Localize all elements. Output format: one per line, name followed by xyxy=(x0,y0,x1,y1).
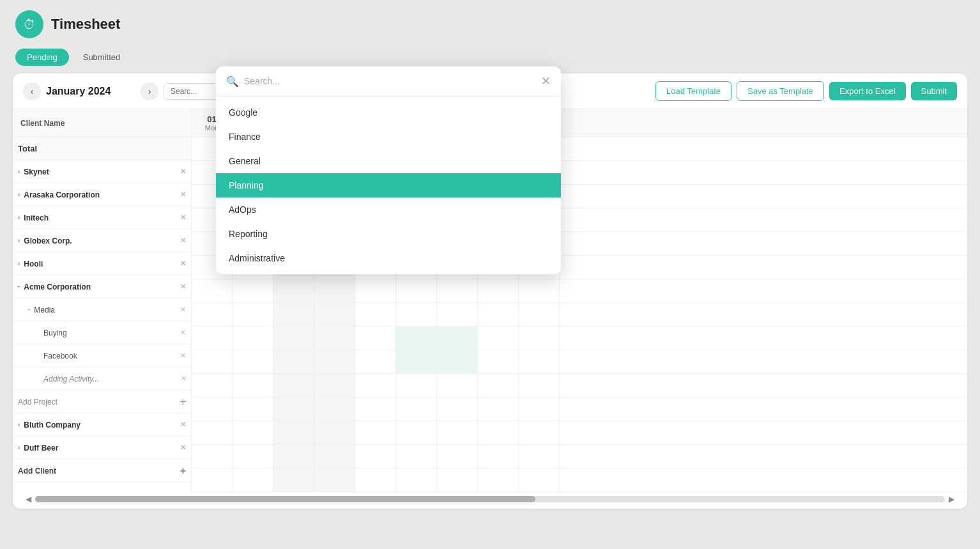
cell-r13-d4[interactable] xyxy=(355,445,396,468)
cell-r7-d6[interactable] xyxy=(437,303,478,326)
scroll-right-arrow[interactable]: ▶ xyxy=(949,495,954,504)
cell-r7-d5[interactable] xyxy=(396,303,437,326)
save-as-template-button[interactable]: Save as Template xyxy=(737,81,824,101)
submit-button[interactable]: Submit xyxy=(911,82,957,100)
cell-r11-d5[interactable] xyxy=(396,398,437,421)
row-label-add-client[interactable]: Add Client + xyxy=(13,460,192,482)
cell-r9-d4[interactable] xyxy=(355,350,396,373)
cell-r12-d2[interactable] xyxy=(273,421,314,444)
dropdown-item-administrative[interactable]: Administrative xyxy=(216,246,561,270)
cell-r9-d1[interactable] xyxy=(233,350,273,373)
cell-r10-d0[interactable] xyxy=(192,374,233,397)
cell-r10-d5[interactable] xyxy=(396,374,437,397)
close-media-button[interactable]: ✕ xyxy=(180,305,186,314)
cell-r13-d6[interactable] xyxy=(437,445,478,468)
cell-r14-d2[interactable] xyxy=(273,468,314,491)
cell-r6-d5[interactable] xyxy=(396,279,437,302)
close-facebook-button[interactable]: ✕ xyxy=(180,352,186,360)
cell-r13-d0[interactable] xyxy=(192,445,233,468)
cell-r9-d8[interactable] xyxy=(519,350,560,373)
dropdown-item-google[interactable]: Google xyxy=(216,100,561,125)
cell-r10-d4[interactable] xyxy=(355,374,396,397)
close-adding-activity-button[interactable]: ✕ xyxy=(180,375,186,383)
cell-r6-d7[interactable] xyxy=(478,279,519,302)
cell-r12-d1[interactable] xyxy=(233,421,273,444)
cell-r14-d5[interactable] xyxy=(396,468,437,491)
cell-r14-d6[interactable] xyxy=(437,468,478,491)
export-to-excel-button[interactable]: Export to Excel xyxy=(829,82,905,100)
row-add-client[interactable]: Add Client + xyxy=(13,460,191,483)
cell-r6-d3[interactable] xyxy=(314,279,355,302)
cell-r7-d4[interactable] xyxy=(355,303,396,326)
cell-r12-d6[interactable] xyxy=(437,421,478,444)
cell-r7-d0[interactable] xyxy=(192,303,233,326)
cell-r14-d7[interactable] xyxy=(478,468,519,491)
add-project-button[interactable]: + xyxy=(180,396,186,408)
tab-submitted[interactable]: Submitted xyxy=(72,49,132,66)
cell-r13-d2[interactable] xyxy=(273,445,314,468)
cell-r14-d4[interactable] xyxy=(355,468,396,491)
close-arasaka-button[interactable]: ✕ xyxy=(180,190,186,199)
close-skynet-button[interactable]: ✕ xyxy=(180,167,186,176)
cell-r10-d2[interactable] xyxy=(273,374,314,397)
cell-r11-d3[interactable] xyxy=(314,398,355,421)
cell-r11-d8[interactable] xyxy=(519,398,560,421)
cell-r12-d0[interactable] xyxy=(192,421,233,444)
cell-r13-d1[interactable] xyxy=(233,445,273,468)
cell-r9-d0[interactable] xyxy=(192,350,233,373)
tab-pending[interactable]: Pending xyxy=(15,49,69,66)
cell-r12-d7[interactable] xyxy=(478,421,519,444)
cell-r9-d6[interactable] xyxy=(437,350,478,373)
cell-r12-d8[interactable] xyxy=(519,421,560,444)
load-template-button[interactable]: Load Template xyxy=(655,81,731,101)
close-hooli-button[interactable]: ✕ xyxy=(180,259,186,268)
cell-r14-d8[interactable] xyxy=(519,468,560,491)
dropdown-item-adops[interactable]: AdOps xyxy=(216,197,561,222)
cell-r10-d6[interactable] xyxy=(437,374,478,397)
cell-r8-d4[interactable] xyxy=(355,327,396,350)
cell-r6-d4[interactable] xyxy=(355,279,396,302)
close-initech-button[interactable]: ✕ xyxy=(180,213,186,222)
close-bluth-button[interactable]: ✕ xyxy=(180,421,186,429)
cell-r11-d2[interactable] xyxy=(273,398,314,421)
scroll-track[interactable] xyxy=(35,496,945,502)
row-label-add-project[interactable]: Add Project + xyxy=(13,390,192,413)
close-globex-button[interactable]: ✕ xyxy=(180,236,186,245)
scroll-left-arrow[interactable]: ◀ xyxy=(26,495,31,504)
close-acme-button[interactable]: ✕ xyxy=(180,282,186,291)
cell-r14-d0[interactable] xyxy=(192,468,233,491)
prev-month-button[interactable]: ‹ xyxy=(23,82,41,100)
cell-r10-d8[interactable] xyxy=(519,374,560,397)
cell-r14-d1[interactable] xyxy=(233,468,273,491)
cell-r12-d4[interactable] xyxy=(355,421,396,444)
cell-r7-d2[interactable] xyxy=(273,303,314,326)
cell-r13-d5[interactable] xyxy=(396,445,437,468)
add-client-button[interactable]: + xyxy=(180,465,186,477)
cell-r6-d2[interactable] xyxy=(273,279,314,302)
cell-r6-d8[interactable] xyxy=(519,279,560,302)
dropdown-item-planning[interactable]: Planning xyxy=(216,173,561,197)
cell-r8-d0[interactable] xyxy=(192,327,233,350)
cell-r11-d7[interactable] xyxy=(478,398,519,421)
cell-r9-d3[interactable] xyxy=(314,350,355,373)
close-buying-button[interactable]: ✕ xyxy=(180,329,186,337)
dropdown-close-icon[interactable]: ✕ xyxy=(541,74,551,88)
cell-r11-d0[interactable] xyxy=(192,398,233,421)
cell-r8-d7[interactable] xyxy=(478,327,519,350)
row-add-project[interactable]: Add Project + xyxy=(13,390,191,414)
cell-r6-d1[interactable] xyxy=(233,279,273,302)
cell-r8-d1[interactable] xyxy=(233,327,273,350)
dropdown-item-general[interactable]: General xyxy=(216,149,561,173)
cell-r9-d7[interactable] xyxy=(478,350,519,373)
close-duff-button[interactable]: ✕ xyxy=(180,444,186,452)
cell-r7-d8[interactable] xyxy=(519,303,560,326)
cell-r14-d3[interactable] xyxy=(314,468,355,491)
cell-r7-d3[interactable] xyxy=(314,303,355,326)
next-month-button[interactable]: › xyxy=(141,82,158,100)
cell-r13-d3[interactable] xyxy=(314,445,355,468)
scroll-thumb[interactable] xyxy=(35,496,535,502)
dropdown-item-reporting[interactable]: Reporting xyxy=(216,222,561,246)
cell-r11-d4[interactable] xyxy=(355,398,396,421)
cell-r6-d6[interactable] xyxy=(437,279,478,302)
cell-r12-d5[interactable] xyxy=(396,421,437,444)
